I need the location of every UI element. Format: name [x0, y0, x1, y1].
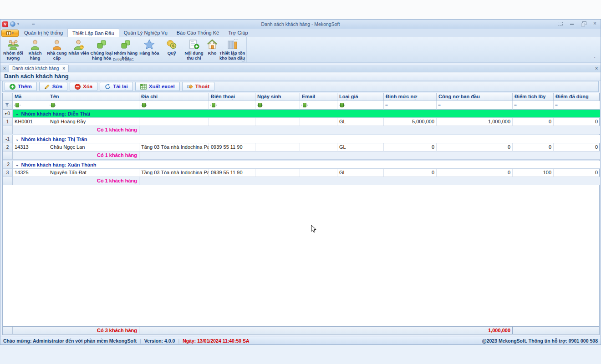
cell-loai-gia[interactable]: GL: [337, 118, 384, 126]
group-row[interactable]: -2 ⌄ Nhóm khách hàng: Xuân Thành: [3, 161, 599, 169]
cell-dia-chi[interactable]: [139, 118, 209, 126]
funnel-icon: [5, 103, 9, 107]
group-row[interactable]: ▸ 0 ⌄ Nhóm khách hàng: Diễn Thái: [3, 110, 599, 118]
cell-diem-da-dung[interactable]: 0: [554, 118, 600, 126]
cell-ma[interactable]: 14313: [13, 143, 48, 152]
column-header-dinh-muc-no[interactable]: Định mức nợ: [384, 93, 437, 101]
ribbon-tab-quan-tri-he-thong[interactable]: Quản trị hệ thống: [20, 29, 67, 37]
cell-ngay-sinh[interactable]: [255, 169, 300, 177]
cell-ngay-sinh[interactable]: [255, 118, 300, 126]
group-footer-row: Có 1 khách hàng: [3, 126, 599, 134]
table-row[interactable]: 3 14325 Nguyễn Tấn Đạt Tầng 03 Tòa nhà I…: [3, 169, 599, 177]
filter-cell-dinh-muc-no[interactable]: =: [384, 101, 437, 110]
filter-cell-email[interactable]: [300, 101, 337, 110]
cell-dinh-muc-no[interactable]: 0: [384, 169, 437, 177]
cell-ma[interactable]: 14325: [13, 169, 48, 177]
filter-cell-loai-gia[interactable]: [337, 101, 384, 110]
filter-cell-ngay-sinh[interactable]: [255, 101, 300, 110]
cell-dinh-muc-no[interactable]: 0: [384, 143, 437, 152]
cell-ten[interactable]: Châu Ngọc Lan: [48, 143, 139, 152]
group-expanded-icon[interactable]: ⌄: [15, 162, 19, 167]
cell-dien-thoai[interactable]: 0939 55 11 90: [209, 143, 255, 152]
cell-ngay-sinh[interactable]: [255, 143, 300, 152]
cell-dien-thoai[interactable]: [209, 118, 255, 126]
cell-cong-no[interactable]: 0: [437, 143, 513, 152]
cell-ma[interactable]: KH0001: [13, 118, 48, 126]
ribbon-group-danh-muc: Nhóm đối tượng Khách hàng: [0, 37, 247, 62]
reload-button[interactable]: Tải lại: [100, 82, 133, 91]
document-tab-close-icon[interactable]: ×: [62, 66, 65, 71]
filter-cell-cong-no-ban-dau[interactable]: =: [437, 101, 513, 110]
cell-diem-da-dung[interactable]: 0: [554, 143, 600, 152]
cell-ten[interactable]: Nguyễn Tấn Đạt: [48, 169, 139, 177]
table-row[interactable]: 2 14313 Châu Ngọc Lan Tầng 03 Tòa nhà In…: [3, 143, 599, 152]
filter-cell-diem-da-dung[interactable]: =: [554, 101, 600, 110]
exit-button[interactable]: Thoát: [182, 82, 214, 91]
delete-button[interactable]: Xóa: [70, 82, 97, 91]
filter-cell-ten[interactable]: [48, 101, 139, 110]
cell-email[interactable]: [300, 169, 337, 177]
close-button[interactable]: ×: [592, 21, 598, 26]
edit-button-label: Sửa: [52, 84, 62, 89]
cell-diem-tich-luy[interactable]: 0: [513, 143, 554, 152]
restore-button[interactable]: [581, 21, 586, 26]
group-expanded-icon[interactable]: ⌄: [15, 137, 19, 142]
column-header-loai-gia[interactable]: Loại giá: [337, 93, 384, 101]
reload-button-label: Tải lại: [113, 84, 128, 89]
app-menu-button[interactable]: ▾: [1, 30, 19, 37]
grid-corner-cell: [3, 93, 13, 101]
group-expanded-icon[interactable]: ⌄: [15, 111, 19, 116]
column-header-dien-thoai[interactable]: Điện thoại: [209, 93, 255, 101]
filter-cell-dien-thoai[interactable]: [209, 101, 255, 110]
customer-grid: Mã Tên Địa chỉ Điện thoại Ngày sinh Emai…: [2, 93, 600, 335]
tabstrip-close-all-icon[interactable]: ×: [595, 66, 598, 71]
column-header-cong-no-ban-dau[interactable]: Công nợ ban đầu: [437, 93, 513, 101]
cell-email[interactable]: [300, 118, 337, 126]
column-header-dia-chi[interactable]: Địa chỉ: [139, 93, 209, 101]
cell-loai-gia[interactable]: GL: [337, 143, 384, 152]
edit-button[interactable]: Sửa: [39, 82, 67, 91]
group-dialog-launcher-icon[interactable]: [241, 58, 244, 61]
cell-cong-no[interactable]: 1,000,000: [437, 118, 513, 126]
column-header-ngay-sinh[interactable]: Ngày sinh: [255, 93, 300, 101]
cell-dia-chi[interactable]: Tầng 03 Tòa nhà Indochina Park ...: [139, 169, 209, 177]
ribbon-tab-tro-giup[interactable]: Trợ Giúp: [224, 29, 252, 37]
filter-cell-diem-tich-luy[interactable]: =: [513, 101, 554, 110]
filter-cell-ma[interactable]: [13, 101, 48, 110]
cell-dinh-muc-no[interactable]: 5,000,000: [384, 118, 437, 126]
refresh-icon: [105, 84, 111, 90]
exit-arrow-icon: [187, 84, 193, 90]
column-header-diem-tich-luy[interactable]: Điểm tích lũy: [513, 93, 554, 101]
equals-filter-icon: =: [514, 103, 516, 107]
cell-diem-tich-luy[interactable]: 100: [513, 169, 554, 177]
cell-dia-chi[interactable]: Tầng 03 Tòa nhà Indochina Park ...: [139, 143, 209, 152]
column-header-ten[interactable]: Tên: [48, 93, 139, 101]
cell-dien-thoai[interactable]: 0939 55 11 90: [209, 169, 255, 177]
grid-filter-row: -: = = = =: [3, 101, 599, 110]
tabstrip-close-icon[interactable]: ×: [0, 65, 9, 72]
cell-diem-tich-luy[interactable]: 0: [513, 118, 554, 126]
group-row[interactable]: -1 ⌄ Nhóm khách hàng: Thị Trấn: [3, 135, 599, 143]
document-tab-active[interactable]: Danh sách khách hàng ×: [9, 65, 69, 72]
column-header-ma[interactable]: Mã: [13, 93, 48, 101]
ribbon-tab-bao-cao-thong-ke[interactable]: Báo Cáo Thống Kê: [172, 29, 224, 37]
fullscreen-button[interactable]: [558, 21, 564, 26]
cell-email[interactable]: [300, 143, 337, 152]
cell-cong-no[interactable]: 0: [437, 169, 513, 177]
text-filter-icon: [339, 103, 345, 107]
column-header-email[interactable]: Email: [300, 93, 337, 101]
cell-loai-gia[interactable]: GL: [337, 169, 384, 177]
ribbon-collapse-icon[interactable]: ⌃: [592, 57, 597, 61]
ribbon-tab-quan-ly-nghiep-vu[interactable]: Quản Lý Nghiệp Vụ: [119, 29, 172, 37]
filter-cell-dia-chi[interactable]: [139, 101, 209, 110]
table-row[interactable]: 1 KH0001 Ngô Hoàng Đầy GL 5,000,000 1,00…: [3, 118, 599, 126]
group-footer-row: Có 1 khách hàng: [3, 177, 599, 185]
cell-diem-da-dung[interactable]: 0: [554, 169, 600, 177]
add-button[interactable]: Thêm: [5, 82, 37, 91]
export-excel-button-label: Xuất excel: [149, 84, 175, 89]
minimize-button[interactable]: [569, 21, 575, 26]
cell-ten[interactable]: Ngô Hoàng Đầy: [48, 118, 139, 126]
ribbon-tab-thiet-lap-ban-dau[interactable]: Thiết Lập Ban Đầu: [67, 29, 119, 37]
export-excel-button[interactable]: Xuất excel: [135, 82, 180, 91]
column-header-diem-da-dung[interactable]: Điểm đã dùng: [554, 93, 600, 101]
